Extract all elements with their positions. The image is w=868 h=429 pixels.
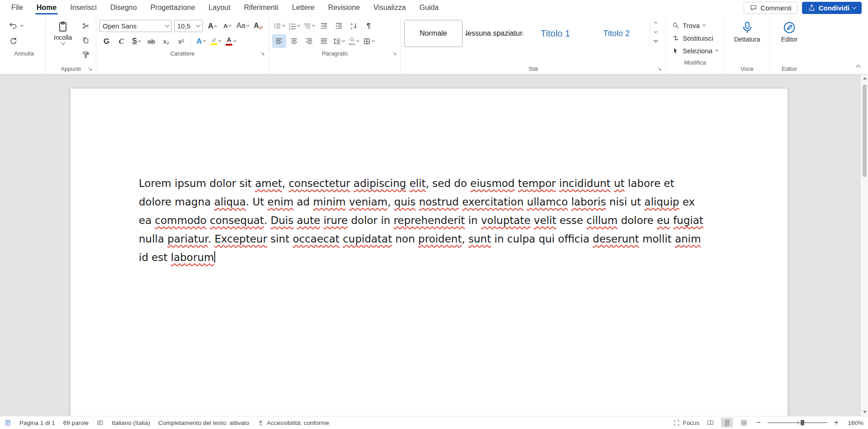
scroll-up-button[interactable] bbox=[861, 75, 868, 82]
align-center-icon bbox=[290, 37, 298, 45]
zoom-slider-thumb[interactable] bbox=[801, 420, 804, 425]
format-painter-button[interactable] bbox=[79, 48, 93, 61]
shrink-font-button[interactable]: A bbox=[220, 19, 234, 33]
word-count[interactable]: 69 parole bbox=[63, 420, 89, 426]
subscript-button[interactable]: x₂ bbox=[159, 34, 173, 48]
styles-expand-gallery-button[interactable] bbox=[650, 37, 661, 46]
tab-file[interactable]: File bbox=[5, 0, 30, 15]
undo-dropdown-chevron[interactable] bbox=[20, 23, 24, 27]
align-right-button[interactable] bbox=[302, 34, 316, 48]
notebook-icon[interactable] bbox=[5, 420, 11, 426]
replace-button[interactable]: Sostituisci bbox=[669, 32, 721, 44]
numbering-button[interactable]: 123 bbox=[287, 19, 301, 33]
tab-guida[interactable]: Guida bbox=[413, 0, 446, 15]
font-name-select[interactable]: Open Sans bbox=[99, 20, 172, 32]
font-color-button[interactable]: A bbox=[224, 34, 238, 48]
web-layout-icon bbox=[741, 420, 747, 426]
styles-scroll-down-button[interactable] bbox=[650, 27, 661, 37]
caret-up-icon bbox=[654, 22, 657, 25]
paste-dropdown-chevron[interactable] bbox=[61, 41, 65, 45]
borders-button[interactable] bbox=[362, 34, 376, 48]
italic-button[interactable]: C bbox=[114, 34, 128, 48]
style-normale[interactable]: Normale bbox=[404, 20, 462, 47]
grow-font-button[interactable]: A bbox=[205, 19, 219, 33]
change-case-button[interactable]: Aa bbox=[235, 19, 250, 33]
accessibility-status[interactable]: Accessibilità: conforme bbox=[257, 420, 329, 426]
focus-toggle[interactable]: Focus bbox=[673, 420, 699, 426]
cut-button[interactable] bbox=[79, 19, 93, 33]
text-effects-button[interactable]: A bbox=[194, 34, 208, 48]
language-status[interactable]: Italiano (Italia) bbox=[112, 420, 150, 426]
text-run: Lorem ipsum dolor sit bbox=[139, 177, 255, 189]
shading-button[interactable] bbox=[347, 34, 361, 48]
read-mode-button[interactable] bbox=[704, 418, 716, 428]
font-dialog-launcher[interactable]: ↘ bbox=[259, 50, 266, 57]
vertical-scrollbar[interactable] bbox=[860, 75, 868, 416]
document-text[interactable]: Lorem ipsum dolor sit amet, consectetur … bbox=[139, 174, 708, 267]
zoom-in-button[interactable]: + bbox=[832, 419, 840, 427]
highlight-button[interactable] bbox=[209, 34, 223, 48]
paste-button[interactable]: Incolla bbox=[49, 18, 77, 45]
undo-button[interactable] bbox=[6, 19, 20, 33]
select-button[interactable]: Seleziona bbox=[669, 44, 721, 57]
dictate-label: Dettatura bbox=[734, 36, 760, 43]
bold-button[interactable]: G bbox=[99, 34, 113, 48]
tab-revisione[interactable]: Revisione bbox=[321, 0, 367, 15]
style-titolo-2[interactable]: Titolo 2 bbox=[587, 20, 646, 47]
clipboard-group: Incolla Appunti ↘ bbox=[46, 17, 96, 74]
zoom-percentage[interactable]: 160% bbox=[845, 420, 863, 426]
font-size-select[interactable]: 10,5 bbox=[174, 20, 203, 32]
print-layout-button[interactable] bbox=[721, 418, 733, 428]
text-completion-status[interactable]: Completamento del testo: attivato bbox=[158, 420, 249, 426]
show-formatting-marks-button[interactable]: ¶ bbox=[362, 19, 376, 33]
paragraph-dialog-launcher[interactable]: ↘ bbox=[391, 50, 398, 57]
tab-layout[interactable]: Layout bbox=[202, 0, 237, 15]
text-run bbox=[350, 177, 354, 189]
tab-lettere[interactable]: Lettere bbox=[285, 0, 321, 15]
align-left-button[interactable] bbox=[272, 34, 286, 48]
scrollbar-thumb[interactable] bbox=[863, 84, 867, 177]
increase-indent-button[interactable] bbox=[332, 19, 346, 33]
clipboard-dialog-launcher[interactable]: ↘ bbox=[86, 65, 94, 72]
zoom-out-button[interactable]: − bbox=[755, 419, 763, 427]
strikethrough-button[interactable]: ab bbox=[144, 34, 158, 48]
redo-button[interactable] bbox=[6, 34, 20, 48]
comments-button[interactable]: Commenti bbox=[744, 2, 797, 14]
tab-disegno[interactable]: Disegno bbox=[104, 0, 144, 15]
bullets-button[interactable] bbox=[272, 19, 286, 33]
editor-button[interactable]: Editor bbox=[775, 18, 803, 44]
undo-group-label: Annulla bbox=[14, 50, 33, 57]
scroll-down-button[interactable] bbox=[861, 408, 868, 416]
style-nessuna-spaziatura[interactable]: Nessuna spaziatura bbox=[465, 20, 524, 47]
document-page[interactable]: Lorem ipsum dolor sit amet, consectetur … bbox=[70, 88, 788, 416]
share-button[interactable]: Condividi bbox=[802, 2, 862, 14]
find-button[interactable]: Trova bbox=[669, 19, 721, 32]
tab-visualizza[interactable]: Visualizza bbox=[367, 0, 413, 15]
proofing-status[interactable] bbox=[97, 420, 104, 426]
decrease-indent-button[interactable] bbox=[317, 19, 331, 33]
line-spacing-button[interactable] bbox=[332, 34, 346, 48]
multilevel-list-button[interactable] bbox=[302, 19, 316, 33]
sort-button[interactable]: AZ bbox=[347, 19, 361, 33]
align-center-button[interactable] bbox=[287, 34, 301, 48]
tab-riferimenti[interactable]: Riferimenti bbox=[237, 0, 285, 15]
web-layout-button[interactable] bbox=[738, 418, 750, 428]
clear-formatting-button[interactable]: A bbox=[251, 19, 265, 33]
dictate-button[interactable]: Dettatura bbox=[733, 18, 761, 44]
page-count[interactable]: Pagina 1 di 1 bbox=[19, 420, 55, 426]
subscript-label: x₂ bbox=[163, 38, 169, 45]
style-titolo-1[interactable]: Titolo 1 bbox=[526, 20, 585, 47]
zoom-slider[interactable] bbox=[768, 422, 827, 423]
styles-scroll-up-button[interactable] bbox=[650, 18, 661, 27]
tab-progettazione[interactable]: Progettazione bbox=[144, 0, 202, 15]
superscript-button[interactable]: x² bbox=[174, 34, 188, 48]
collapse-ribbon-button[interactable] bbox=[853, 61, 863, 70]
tab-home[interactable]: Home bbox=[30, 0, 63, 15]
tab-inserisci[interactable]: Inserisci bbox=[63, 0, 104, 15]
chevron-down-icon bbox=[297, 23, 300, 27]
justify-button[interactable] bbox=[317, 34, 331, 48]
text-run: in culpa qui officia bbox=[491, 233, 593, 245]
copy-button[interactable] bbox=[79, 33, 93, 47]
underline-button[interactable]: S bbox=[129, 34, 143, 48]
styles-dialog-launcher[interactable]: ↘ bbox=[656, 65, 663, 72]
